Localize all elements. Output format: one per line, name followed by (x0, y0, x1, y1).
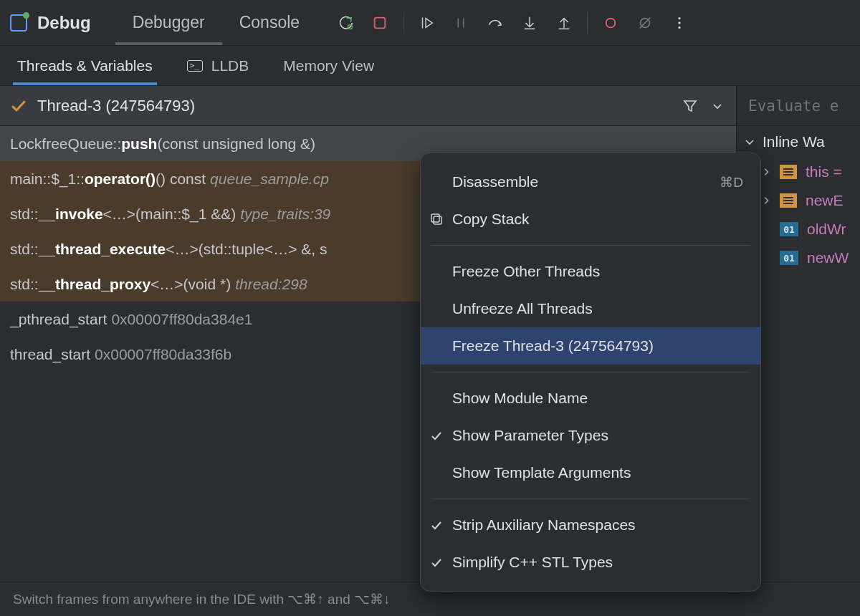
tab-debugger[interactable]: Debugger (115, 1, 222, 44)
thread-status-icon (10, 97, 27, 115)
pause-button[interactable] (445, 7, 477, 39)
step-over-button[interactable] (479, 7, 511, 39)
close-icon[interactable] (718, 593, 847, 606)
debug-toolbar (330, 7, 695, 39)
step-out-button[interactable] (548, 7, 580, 39)
chevron-right-icon (761, 167, 771, 177)
view-breakpoints-button[interactable] (595, 7, 626, 39)
check-icon (430, 519, 443, 531)
toolbar-divider-2 (587, 12, 588, 34)
debug-header: Debug Debugger Console (0, 0, 860, 46)
ctx-freeze-thread[interactable]: Freeze Thread-3 (247564793) (421, 327, 760, 365)
menu-separator (431, 499, 750, 499)
ctx-show-parameter-types[interactable]: Show Parameter Types (421, 417, 760, 454)
terminal-icon (187, 60, 203, 72)
toolbar-divider (403, 12, 403, 34)
top-tabs: Debugger Console (115, 1, 317, 44)
ctx-strip-aux-ns[interactable]: Strip Auxiliary Namespaces (421, 506, 760, 544)
thread-selector[interactable]: Thread-3 (247564793) (0, 86, 736, 126)
tip-text: Switch frames from anywhere in the IDE w… (13, 591, 391, 607)
section-title: Inline Wa (763, 133, 825, 150)
check-icon (430, 556, 443, 569)
thread-name: Thread-3 (247564793) (37, 97, 672, 115)
evaluate-input[interactable]: Evaluate e (737, 86, 860, 126)
stop-button[interactable] (364, 7, 396, 39)
copy-icon (429, 212, 444, 226)
menu-separator (431, 245, 750, 246)
variable-name: this = (806, 163, 842, 181)
variable-name: oldWr (807, 221, 846, 238)
check-icon (430, 429, 443, 442)
ctx-freeze-other[interactable]: Freeze Other Threads (421, 253, 760, 290)
svg-rect-7 (434, 216, 441, 224)
object-icon (780, 165, 797, 179)
ctx-simplify-stl[interactable]: Simplify C++ STL Types (421, 544, 760, 581)
panel-title: Debug (37, 13, 91, 33)
svg-rect-1 (375, 17, 386, 28)
resume-button[interactable] (411, 7, 442, 39)
sub-tab-lldb[interactable]: LLDB (183, 47, 254, 85)
mute-breakpoints-button[interactable] (629, 7, 661, 39)
sub-tab-memory-view[interactable]: Memory View (279, 47, 378, 85)
svg-point-4 (678, 16, 680, 19)
menu-separator (431, 372, 750, 372)
svg-point-5 (678, 21, 680, 24)
ctx-show-module-name[interactable]: Show Module Name (421, 380, 760, 417)
sub-tab-threads-variables[interactable]: Threads & Variables (13, 47, 157, 85)
svg-rect-8 (431, 214, 439, 222)
number-icon: 01 (780, 251, 798, 265)
ctx-unfreeze-all[interactable]: Unfreeze All Threads (421, 290, 760, 327)
ctx-show-template-args[interactable]: Show Template Arguments (421, 454, 760, 491)
shortcut-label: ⌘D (720, 174, 743, 191)
sub-tab-lldb-label: LLDB (211, 57, 249, 74)
more-options-button[interactable] (664, 7, 695, 39)
number-icon: 01 (780, 222, 798, 236)
filter-icon[interactable] (682, 97, 699, 115)
chevron-down-icon (744, 136, 755, 148)
object-icon (780, 193, 797, 208)
ctx-disassemble[interactable]: Disassemble ⌘D (421, 163, 760, 201)
variable-name: newW (807, 249, 849, 266)
ctx-copy-stack[interactable]: Copy Stack (421, 201, 760, 238)
sub-tabs: Threads & Variables LLDB Memory View (0, 46, 860, 86)
tab-console[interactable]: Console (222, 1, 317, 44)
variable-name: newE (806, 192, 844, 209)
step-into-button[interactable] (514, 7, 545, 39)
debug-window-icon (10, 14, 27, 32)
rerun-button[interactable] (330, 7, 361, 39)
context-menu: Disassemble ⌘D Copy Stack Freeze Other T… (420, 153, 761, 592)
svg-point-2 (606, 18, 616, 27)
svg-point-6 (678, 26, 680, 28)
chevron-right-icon (761, 196, 771, 206)
chevron-down-icon[interactable] (709, 97, 726, 115)
